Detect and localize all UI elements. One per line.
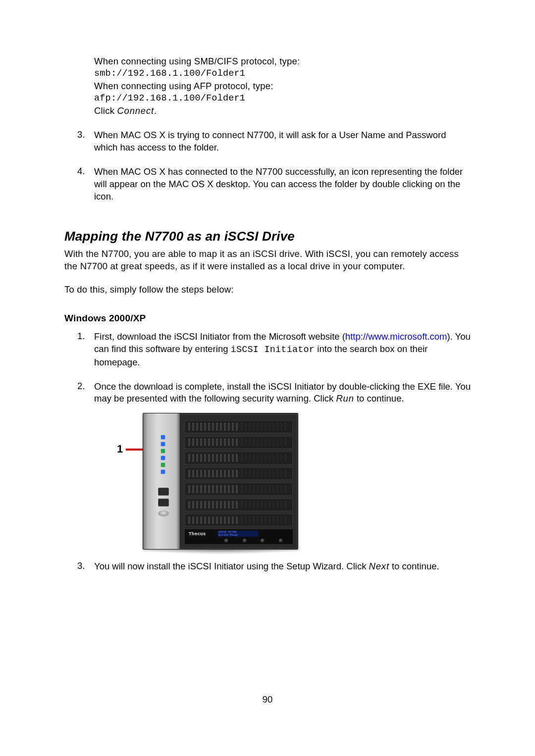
smb-label: When connecting using SMB/CIFS protocol,… bbox=[94, 55, 471, 68]
brand-logo-text: Thecus bbox=[189, 531, 206, 536]
led-icon bbox=[161, 463, 165, 467]
step-number: 2. bbox=[77, 381, 94, 405]
nav-button-icon bbox=[279, 539, 283, 543]
drive-bay-icon bbox=[185, 452, 293, 464]
s3-part-b: to continue. bbox=[389, 561, 439, 571]
win-step-1: 1. First, download the iSCSI Initiator f… bbox=[77, 331, 471, 369]
step-text: When MAC OS X is trying to connect N7700… bbox=[94, 129, 471, 154]
device-nav-buttons bbox=[217, 538, 290, 543]
section-followup-text: To do this, simply follow the steps belo… bbox=[64, 284, 471, 296]
s3-part-a: You will now install the iSCSI Initiator… bbox=[94, 561, 369, 571]
led-icon bbox=[161, 442, 165, 446]
s2-part-a: Once the download is complete, install t… bbox=[94, 381, 471, 404]
smb-url: smb://192.168.1.100/Folder1 bbox=[94, 68, 471, 80]
drive-bay-icon bbox=[185, 499, 293, 511]
step-text: Once the download is complete, install t… bbox=[94, 381, 471, 405]
usb-port-icon bbox=[158, 499, 169, 506]
step-text: First, download the iSCSI Initiator from… bbox=[94, 331, 471, 369]
section-heading-iscsi: Mapping the N7700 as an iSCSI Drive bbox=[64, 229, 471, 244]
device-lcd: iSCSI N7700 System Ready bbox=[217, 531, 258, 537]
device-shadow bbox=[143, 550, 297, 554]
afp-url: afp://192.168.1.100/Folder1 bbox=[94, 93, 471, 105]
page-number: 90 bbox=[0, 694, 535, 705]
s2-part-b: to continue. bbox=[354, 393, 404, 403]
nav-button-icon bbox=[224, 539, 228, 543]
led-icon bbox=[161, 449, 165, 453]
device-brand-strip: Thecus iSCSI N7700 System Ready bbox=[185, 529, 293, 544]
mac-steps-list: 3. When MAC OS X is trying to connect N7… bbox=[77, 129, 471, 203]
step-number: 1. bbox=[77, 331, 94, 369]
led-icon bbox=[161, 456, 165, 460]
power-button-icon bbox=[158, 510, 169, 516]
device-figure: 1 bbox=[123, 413, 297, 554]
step-number: 3. bbox=[77, 560, 94, 573]
windows-steps-list: 1. First, download the iSCSI Initiator f… bbox=[77, 331, 471, 573]
device-callout-number: 1 bbox=[117, 443, 123, 455]
win-step-3: 3. You will now install the iSCSI Initia… bbox=[77, 560, 471, 573]
connect-action: Connect bbox=[117, 105, 154, 116]
usb-port-icon bbox=[158, 488, 169, 496]
subsection-heading-windows: Windows 2000/XP bbox=[64, 313, 471, 324]
led-icon bbox=[161, 435, 165, 439]
nav-button-icon bbox=[243, 539, 247, 543]
nas-device-icon: Thecus iSCSI N7700 System Ready bbox=[143, 413, 298, 550]
s2-em: Run bbox=[336, 393, 354, 403]
click-suffix: . bbox=[154, 105, 157, 116]
step-text: You will now install the iSCSI Initiator… bbox=[94, 560, 471, 573]
device-front-panel bbox=[143, 413, 180, 549]
led-icon bbox=[161, 470, 165, 474]
mac-step-3: 3. When MAC OS X is trying to connect N7… bbox=[77, 129, 471, 154]
drive-bay-group bbox=[185, 420, 293, 526]
drive-bay-icon bbox=[185, 514, 293, 526]
step-number: 4. bbox=[77, 166, 94, 203]
microsoft-link[interactable]: http://www.microsoft.com bbox=[345, 331, 447, 342]
protocol-instruction-block: When connecting using SMB/CIFS protocol,… bbox=[94, 55, 471, 117]
step-text: When MAC OS X has connected to the N7700… bbox=[94, 166, 471, 203]
step-number: 3. bbox=[77, 129, 94, 154]
click-connect-line: Click Connect. bbox=[94, 105, 471, 117]
drive-bay-icon bbox=[185, 420, 293, 433]
nav-button-icon bbox=[261, 539, 265, 543]
win-step-2: 2. Once the download is complete, instal… bbox=[77, 381, 471, 405]
afp-label: When connecting using AFP protocol, type… bbox=[94, 80, 471, 93]
s1-mono: iSCSI Initiator bbox=[231, 345, 315, 355]
drive-bay-icon bbox=[185, 467, 293, 480]
mac-step-4: 4. When MAC OS X has connected to the N7… bbox=[77, 166, 471, 203]
status-led-group bbox=[161, 435, 165, 477]
s3-em: Next bbox=[369, 561, 389, 571]
click-prefix: Click bbox=[94, 105, 117, 116]
section-intro-text: With the N7700, you are able to map it a… bbox=[64, 248, 471, 273]
drive-bay-icon bbox=[185, 436, 293, 449]
s1-part-a: First, download the iSCSI Initiator from… bbox=[94, 331, 345, 342]
drive-bay-icon bbox=[185, 483, 293, 495]
